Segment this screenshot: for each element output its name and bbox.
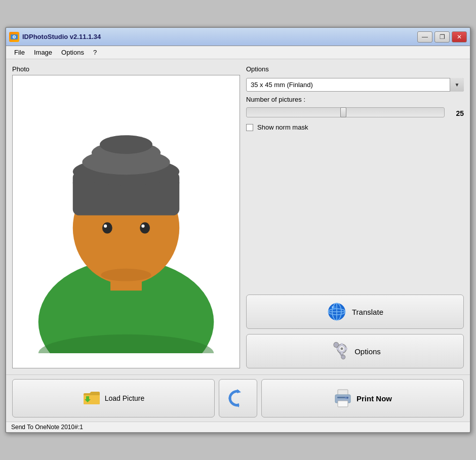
- svg-point-2: [14, 36, 15, 37]
- menu-image[interactable]: Image: [30, 47, 56, 58]
- restore-button[interactable]: ❐: [434, 31, 450, 43]
- svg-point-30: [341, 348, 343, 350]
- printer-icon: [333, 389, 352, 408]
- svg-point-12: [102, 222, 112, 233]
- load-picture-label: Load Picture: [105, 394, 145, 402]
- slider-value-display: 25: [449, 109, 464, 117]
- svg-rect-40: [338, 401, 348, 407]
- svg-rect-32: [341, 352, 343, 354]
- svg-rect-34: [345, 348, 347, 350]
- print-now-label: Print Now: [356, 394, 392, 403]
- show-norm-mask-checkbox[interactable]: [246, 124, 253, 131]
- show-norm-mask-row: Show norm mask: [246, 123, 464, 131]
- refresh-icon: [228, 388, 248, 408]
- load-picture-button[interactable]: Load Picture: [12, 379, 215, 417]
- right-panel: Options 35 x 45 mm (Finland) ▼ Number of…: [246, 65, 464, 368]
- menu-bar: File Image Options ?: [6, 46, 470, 59]
- folder-icon: [83, 389, 101, 407]
- svg-point-42: [345, 397, 347, 399]
- svg-point-11: [100, 135, 152, 154]
- menu-options[interactable]: Options: [57, 47, 88, 58]
- svg-rect-31: [341, 343, 343, 345]
- slider-container: 25: [246, 107, 464, 119]
- title-bar-left: IDPhotoStudio v2.11.1.34: [9, 32, 101, 42]
- svg-point-13: [140, 222, 150, 233]
- print-now-button[interactable]: Print Now: [261, 379, 464, 417]
- spacer: [246, 136, 464, 289]
- options-label: Options: [354, 347, 381, 356]
- photo-format-dropdown-wrapper: 35 x 45 mm (Finland) ▼: [246, 78, 464, 92]
- status-bar: Send To OneNote 2010#:1: [6, 422, 470, 432]
- svg-point-14: [104, 225, 107, 228]
- main-window: IDPhotoStudio v2.11.1.34 — ❐ ✕ File Imag…: [5, 27, 471, 433]
- main-content: Photo: [6, 59, 470, 374]
- app-icon: [9, 32, 19, 42]
- title-buttons: — ❐ ✕: [417, 31, 467, 43]
- menu-file[interactable]: File: [10, 47, 29, 58]
- photo-preview: [30, 90, 222, 353]
- minimize-button[interactable]: —: [417, 31, 432, 43]
- photo-label: Photo: [12, 65, 240, 73]
- menu-help[interactable]: ?: [89, 47, 101, 58]
- num-pictures-label: Number of pictures :: [246, 96, 464, 103]
- window-title: IDPhotoStudio v2.11.1.34: [22, 33, 101, 40]
- globe-icon: [327, 302, 347, 322]
- close-button[interactable]: ✕: [452, 31, 467, 43]
- options-button[interactable]: Options: [246, 334, 464, 368]
- svg-point-24: [332, 306, 334, 308]
- photo-frame: [12, 75, 240, 368]
- translate-label: Translate: [352, 308, 383, 316]
- svg-point-15: [141, 225, 144, 228]
- num-pictures-slider[interactable]: [246, 107, 445, 117]
- svg-point-16: [101, 269, 151, 281]
- refresh-button[interactable]: [219, 379, 257, 417]
- show-norm-mask-label: Show norm mask: [257, 123, 308, 131]
- options-section-label: Options: [246, 65, 464, 73]
- slider-wrapper: [246, 107, 445, 119]
- left-panel: Photo: [12, 65, 240, 368]
- svg-rect-33: [336, 348, 338, 350]
- status-text: Send To OneNote 2010#:1: [11, 424, 83, 431]
- svg-marker-35: [237, 389, 241, 393]
- gear-icon: [329, 341, 349, 361]
- bottom-buttons: Load Picture: [6, 374, 470, 422]
- options-section: Options 35 x 45 mm (Finland) ▼ Number of…: [246, 65, 464, 131]
- translate-button[interactable]: Translate: [246, 295, 464, 329]
- photo-format-dropdown[interactable]: 35 x 45 mm (Finland): [246, 78, 464, 92]
- title-bar: IDPhotoStudio v2.11.1.34 — ❐ ✕: [6, 28, 470, 46]
